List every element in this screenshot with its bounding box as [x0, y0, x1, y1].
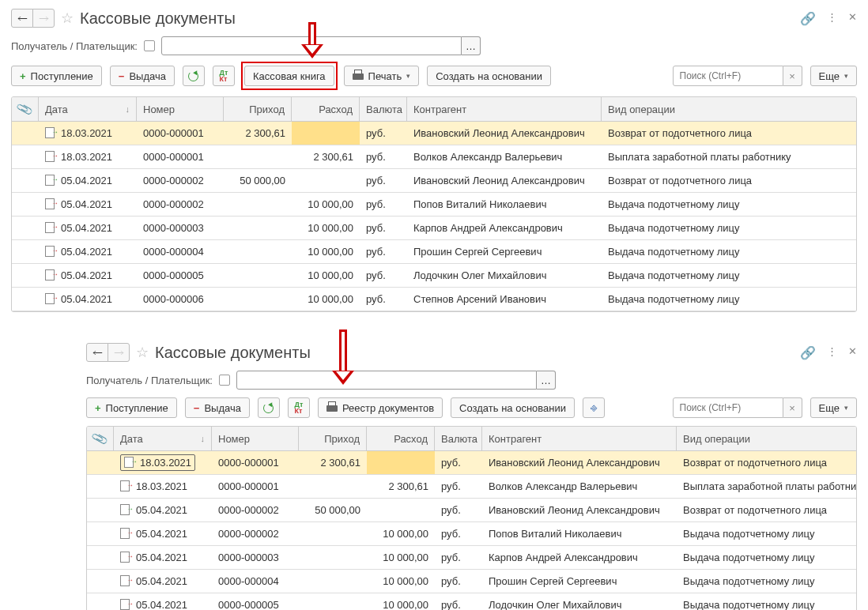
- cell-operation: Возврат от подотчетного лица: [602, 169, 856, 192]
- cell-number: 0000-000003: [137, 217, 224, 239]
- dt-kt-icon: ДтКт: [220, 70, 228, 82]
- col-currency[interactable]: Валюта: [435, 427, 482, 450]
- col-operation[interactable]: Вид операции: [677, 427, 856, 450]
- payout-button[interactable]: −Выдача: [110, 66, 175, 86]
- table-row[interactable]: 18.03.20210000-0000012 300,61руб.Волков …: [87, 475, 856, 499]
- doc-expense-icon: [45, 198, 56, 208]
- favorite-icon[interactable]: ☆: [136, 344, 149, 361]
- receipt-button[interactable]: +Поступление: [86, 397, 177, 418]
- doc-expense-icon: [45, 293, 56, 303]
- table-row[interactable]: 18.03.20210000-0000012 300,61руб.Ивановс…: [12, 122, 856, 145]
- search-clear-button[interactable]: ×: [783, 397, 802, 418]
- cell-currency: руб.: [360, 169, 407, 192]
- cell-counterparty: Лодочкин Олег Михайлович: [407, 264, 602, 287]
- printer-icon: [326, 403, 338, 412]
- table-row[interactable]: 05.04.20210000-00000310 000,00руб.Карпов…: [12, 217, 856, 240]
- search-clear-button[interactable]: ×: [783, 66, 802, 86]
- cell-date: 05.04.2021: [39, 169, 137, 192]
- close-icon[interactable]: ✕: [848, 11, 857, 26]
- cell-currency: руб.: [360, 193, 407, 216]
- cell-date: 05.04.2021: [114, 522, 212, 545]
- more-button[interactable]: Еще▾: [810, 66, 857, 86]
- cell-operation: Возврат от подотчетного лица: [677, 451, 856, 474]
- col-operation[interactable]: Вид операции: [602, 97, 856, 121]
- create-based-on-button[interactable]: Создать на основании: [427, 66, 551, 86]
- cell-operation: Выдача подотчетному лицу: [677, 593, 856, 610]
- cell-attachment: [12, 145, 39, 168]
- col-attachment[interactable]: 📎: [12, 97, 39, 121]
- table-row[interactable]: 05.04.20210000-00000410 000,00руб.Прошин…: [87, 570, 856, 593]
- more-button[interactable]: Еще▾: [810, 397, 857, 418]
- close-icon[interactable]: ✕: [848, 345, 857, 360]
- table-row[interactable]: 05.04.20210000-00000210 000,00руб.Попов …: [87, 522, 856, 546]
- col-number[interactable]: Номер: [137, 97, 224, 121]
- table-row[interactable]: 05.04.20210000-00000250 000,00руб.Иванов…: [12, 169, 856, 193]
- col-income[interactable]: Приход: [299, 427, 367, 450]
- table-row[interactable]: 18.03.20210000-0000012 300,61руб.Ивановс…: [87, 451, 856, 475]
- cell-attachment: [87, 570, 114, 593]
- cashbook-button[interactable]: Кассовая книга: [244, 66, 334, 86]
- filter-checkbox[interactable]: [144, 40, 155, 51]
- col-date[interactable]: Дата↓: [39, 97, 137, 121]
- payout-button[interactable]: −Выдача: [185, 397, 250, 418]
- create-based-on-button[interactable]: Создать на основании: [451, 397, 575, 418]
- col-counterparty[interactable]: Контрагент: [407, 97, 602, 121]
- col-currency[interactable]: Валюта: [360, 97, 407, 121]
- doc-expense-icon: [120, 599, 131, 608]
- registry-button[interactable]: Реестр документов: [318, 397, 443, 418]
- cell-counterparty: Ивановский Леонид Александрович: [407, 122, 602, 145]
- refresh-button[interactable]: [183, 66, 205, 86]
- table-row[interactable]: 05.04.20210000-00000210 000,00руб.Попов …: [12, 193, 856, 217]
- col-expense[interactable]: Расход: [367, 427, 435, 450]
- refresh-icon: [188, 71, 198, 81]
- link-icon[interactable]: 🔗: [800, 345, 816, 360]
- table-row[interactable]: 05.04.20210000-00000610 000,00руб.Степно…: [12, 288, 856, 311]
- col-income[interactable]: Приход: [224, 97, 292, 121]
- table-row[interactable]: 05.04.20210000-00000250 000,00руб.Иванов…: [87, 499, 856, 522]
- cell-currency: руб.: [360, 288, 407, 311]
- cell-number: 0000-000006: [137, 288, 224, 311]
- table-row[interactable]: 05.04.20210000-00000410 000,00руб.Прошин…: [12, 240, 856, 264]
- col-counterparty[interactable]: Контрагент: [482, 427, 677, 450]
- filter-checkbox[interactable]: [219, 375, 230, 386]
- receipt-button[interactable]: +Поступление: [11, 66, 102, 86]
- table-row[interactable]: 18.03.20210000-0000012 300,61руб.Волков …: [12, 145, 856, 169]
- doc-expense-icon: [45, 269, 56, 279]
- settings-button[interactable]: ⎆: [583, 397, 605, 418]
- kebab-icon[interactable]: ⋮: [827, 11, 837, 26]
- table-row[interactable]: 05.04.20210000-00000510 000,00руб.Лодочк…: [87, 593, 856, 610]
- filter-label: Получатель / Плательщик:: [86, 375, 213, 386]
- nav-back-button[interactable]: 🡐: [86, 343, 108, 362]
- filter-picker-button[interactable]: …: [537, 371, 556, 390]
- table-row[interactable]: 05.04.20210000-00000310 000,00руб.Карпов…: [87, 546, 856, 570]
- col-date[interactable]: Дата↓: [114, 427, 212, 450]
- nav-forward-button[interactable]: 🡒: [32, 9, 55, 28]
- cell-expense: 2 300,61: [292, 145, 360, 168]
- cell-income: [299, 546, 367, 569]
- cell-date: 05.04.2021: [114, 546, 212, 569]
- col-number[interactable]: Номер: [212, 427, 299, 450]
- nav-back-button[interactable]: 🡐: [11, 9, 33, 28]
- cell-currency: руб.: [360, 145, 407, 168]
- print-button[interactable]: Печать▾: [344, 66, 420, 86]
- search-input[interactable]: [673, 397, 783, 418]
- table-row[interactable]: 05.04.20210000-00000510 000,00руб.Лодочк…: [12, 264, 856, 288]
- col-expense[interactable]: Расход: [292, 97, 360, 121]
- cell-number: 0000-000005: [212, 593, 299, 610]
- nav-forward-button[interactable]: 🡒: [108, 343, 130, 362]
- dt-kt-button[interactable]: ДтКт: [213, 66, 235, 86]
- link-icon[interactable]: 🔗: [800, 11, 816, 26]
- dt-kt-button[interactable]: ДтКт: [288, 397, 310, 418]
- search-input[interactable]: [673, 66, 783, 86]
- cell-attachment: [87, 451, 114, 474]
- favorite-icon[interactable]: ☆: [61, 9, 74, 27]
- filter-picker-button[interactable]: …: [462, 36, 481, 55]
- filter-input[interactable]: [236, 371, 537, 390]
- col-attachment[interactable]: 📎: [87, 427, 114, 450]
- kebab-icon[interactable]: ⋮: [827, 345, 837, 360]
- cell-income: [224, 145, 292, 168]
- window-1: 🡐 🡒 ☆ Кассовые документы 🔗 ⋮ ✕ Получател…: [0, 0, 868, 318]
- refresh-button[interactable]: [258, 397, 280, 418]
- paperclip-icon: 📎: [90, 429, 109, 447]
- cell-counterparty: Волков Александр Валерьевич: [482, 475, 677, 498]
